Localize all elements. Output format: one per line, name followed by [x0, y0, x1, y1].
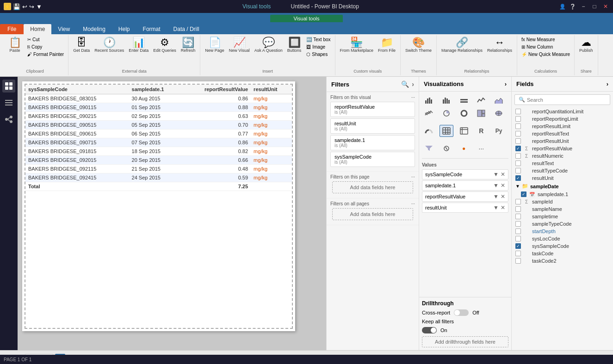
viz-map[interactable] [492, 107, 506, 119]
text-box-button[interactable]: 🔤 Text box [305, 36, 332, 43]
viz-line-chart[interactable] [474, 94, 488, 106]
dropdown-icon[interactable]: ▼ [36, 3, 42, 10]
field-list-item[interactable]: taskCode [514, 250, 611, 257]
field-list-item[interactable]: taskCode2 [514, 257, 611, 265]
field-checkbox[interactable] [515, 138, 521, 144]
publish-button[interactable]: ☁ Publish [577, 36, 595, 54]
paste-button[interactable]: 📋 Paste [5, 36, 25, 54]
col-header-resultUnit[interactable]: resultUnit [251, 85, 292, 94]
filters-visual-more[interactable]: ··· [411, 95, 415, 100]
filter-search-icon[interactable]: 🔍 [401, 80, 409, 88]
field-list-item[interactable]: ΣsampleId [514, 198, 611, 205]
copy-button[interactable]: ⎘ Copy [26, 43, 65, 50]
filter-chip[interactable]: resultUnitis (All) [330, 118, 415, 134]
viz-area-chart[interactable] [492, 94, 506, 106]
relationships-button[interactable]: ↔ Relationships [485, 36, 514, 54]
field-checkbox[interactable] [515, 251, 521, 256]
field-list-item[interactable]: resultText [514, 160, 611, 167]
field-checkbox[interactable] [515, 199, 521, 204]
ask-question-button[interactable]: 💬 Ask A Question [253, 36, 285, 54]
field-list-item[interactable]: ✓sysSampleCode [514, 242, 611, 250]
viz-field-dropdown-icon[interactable]: ▼ [493, 171, 499, 178]
format-painter-button[interactable]: 🖌 Format Painter [26, 51, 65, 58]
maximize-button[interactable]: □ [591, 3, 598, 10]
new-quick-measure-button[interactable]: ⚡ New Quick Measure [520, 51, 571, 58]
viz-expand-icon[interactable]: › [505, 80, 507, 87]
field-list-item[interactable]: reportQuantitationLimit [514, 108, 611, 115]
filters-page-more[interactable]: ··· [411, 174, 415, 179]
visual-tools-tab[interactable]: Visual tools [270, 15, 342, 22]
switch-theme-button[interactable]: 🎨 Switch Theme [403, 36, 433, 54]
recent-sources-button[interactable]: 🕐 Recent Sources [93, 36, 126, 54]
col-header-sysSampleCode[interactable]: sysSampleCode [25, 85, 129, 94]
add-all-pages-fields-btn[interactable]: Add data fields here [332, 208, 413, 220]
viz-table[interactable] [440, 125, 453, 137]
field-list-item[interactable]: sampleName [514, 205, 611, 213]
buttons-button[interactable]: 🔲 Buttons [285, 36, 303, 54]
fields-search-box[interactable]: 🔍 [514, 94, 610, 105]
viz-scatter[interactable] [422, 107, 436, 119]
col-header-reportResultValue[interactable]: reportResultValue [182, 85, 251, 94]
viz-python[interactable]: Py [492, 125, 506, 137]
field-checkbox[interactable] [515, 109, 521, 114]
shapes-button[interactable]: ⬡ Shapes [305, 51, 332, 58]
field-checkbox[interactable] [515, 221, 521, 227]
field-checkbox[interactable] [515, 228, 521, 234]
field-list-item[interactable]: sampleTypeCode [514, 220, 611, 228]
close-button[interactable]: ✕ [602, 3, 609, 10]
field-list-item[interactable]: ✓ΣreportResultValue [514, 145, 611, 152]
col-header-sampledate[interactable]: sampledate.1 [129, 85, 182, 94]
viz-field-dropdown-icon[interactable]: ▼ [493, 204, 499, 211]
viz-field-remove-icon[interactable]: ✕ [501, 204, 505, 211]
field-list-item[interactable]: ✓📅sampledate.1 [514, 191, 611, 198]
from-file-button[interactable]: 📁 From File [376, 36, 397, 54]
field-checkbox[interactable] [515, 160, 521, 166]
model-view-icon[interactable] [2, 113, 15, 126]
viz-treemap[interactable] [474, 107, 488, 119]
field-checkbox[interactable]: ✓ [521, 191, 526, 197]
tab-home[interactable]: Home [24, 24, 51, 34]
field-list-item[interactable]: ✓resultUnit [514, 174, 611, 182]
filter-chip[interactable]: sysSampleCodeis (All) [330, 152, 415, 167]
filters-all-more[interactable]: ··· [411, 201, 415, 206]
field-checkbox[interactable]: ✓ [515, 175, 521, 181]
add-drillthrough-btn[interactable]: Add drillthrough fields here [422, 336, 508, 347]
table-visual[interactable]: sysSampleCode sampledate.1 reportResultV… [25, 84, 293, 329]
field-list-item[interactable]: sysLocCode [514, 235, 611, 242]
field-checkbox[interactable] [515, 168, 521, 173]
viz-more[interactable]: ··· [474, 142, 488, 154]
viz-field-row[interactable]: sampledate.1▼✕ [422, 180, 508, 191]
filter-expand-icon[interactable]: › [412, 80, 414, 88]
field-checkbox[interactable] [515, 131, 521, 136]
viz-r[interactable]: R [474, 125, 488, 137]
viz-donut[interactable] [457, 107, 471, 119]
field-list-item[interactable]: reportResultUnit [514, 137, 611, 145]
field-list-item[interactable]: sampletime [514, 213, 611, 220]
field-checkbox[interactable]: ✓ [515, 146, 521, 151]
viz-stacked-bar[interactable] [440, 94, 453, 106]
fields-expand-icon[interactable]: › [607, 80, 608, 87]
new-visual-button[interactable]: 📈 New Visual [227, 36, 252, 54]
field-list-item[interactable]: reportResultLimit [514, 123, 611, 130]
manage-relationships-button[interactable]: 🔗 Manage Relationships [440, 36, 484, 54]
field-list-item[interactable]: ΣresultNumeric [514, 152, 611, 160]
data-view-icon[interactable] [2, 96, 15, 109]
field-checkbox[interactable] [515, 206, 521, 212]
field-checkbox[interactable] [515, 214, 521, 219]
viz-funnel[interactable] [422, 142, 436, 154]
new-page-button[interactable]: 📄 New Page [203, 36, 226, 54]
tab-format[interactable]: Format [136, 24, 167, 34]
get-data-button[interactable]: 🗄 Get Data [71, 36, 92, 54]
new-measure-button[interactable]: fx New Measure [520, 36, 571, 43]
filter-chip[interactable]: reportResultValueis (All) [330, 102, 415, 117]
redo-icon[interactable]: ↪ [29, 3, 34, 10]
viz-field-dropdown-icon[interactable]: ▼ [493, 193, 499, 200]
viz-field-row[interactable]: resultUnit▼✕ [422, 203, 508, 213]
image-button[interactable]: 🖼 Image [305, 43, 332, 50]
field-list-item[interactable]: startDepth [514, 228, 611, 235]
cross-report-toggle[interactable] [454, 309, 469, 316]
viz-field-row[interactable]: sysSampleCode▼✕ [422, 169, 508, 179]
field-checkbox[interactable] [515, 116, 521, 122]
keep-filters-toggle[interactable] [422, 327, 437, 333]
enter-data-button[interactable]: 📊 Enter Data [127, 36, 150, 54]
